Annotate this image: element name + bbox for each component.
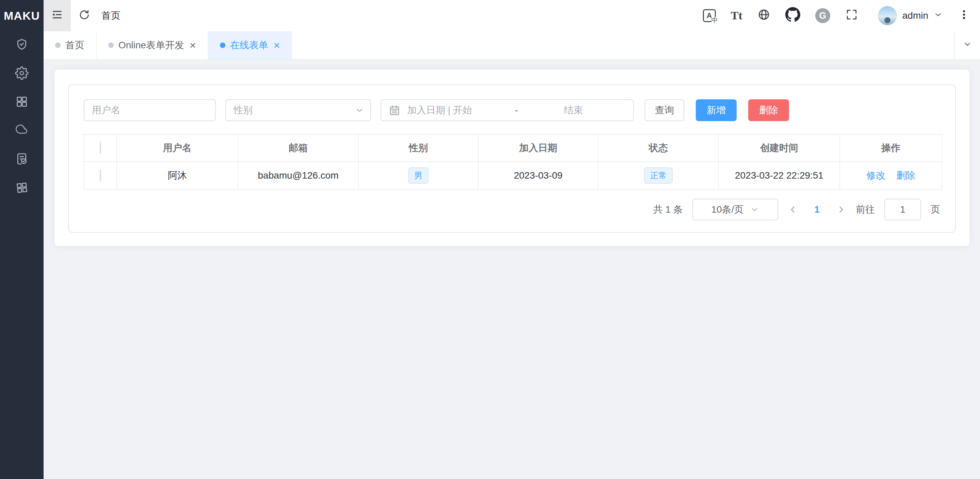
tabbar: 首页 Online表单开发 × 在线表单 × — [44, 31, 980, 60]
globe-button[interactable] — [757, 8, 770, 24]
tab-label: 首页 — [65, 39, 84, 52]
join-date-range-picker[interactable]: 加入日期 | 开始 - 结束 — [380, 99, 634, 121]
fullscreen-button[interactable] — [845, 8, 858, 24]
cell-created-at: 2023-03-22 22:29:51 — [719, 162, 840, 189]
form-panel: 性别 加入日期 | 开始 - — [68, 84, 956, 233]
github-button[interactable] — [785, 7, 800, 24]
total-count-label: 共 1 条 — [653, 203, 683, 216]
chevron-down-icon — [963, 40, 972, 51]
chevron-down-icon — [750, 205, 759, 214]
page-unit-label: 页 — [931, 203, 940, 216]
col-gender: 性别 — [358, 134, 478, 162]
more-options-button[interactable] — [958, 9, 970, 23]
cell-username: 阿沐 — [117, 162, 238, 189]
date-start-placeholder[interactable]: 加入日期 | 开始 — [407, 104, 511, 117]
breadcrumb[interactable]: 首页 — [102, 9, 121, 22]
username-filter-input[interactable] — [84, 99, 216, 121]
globe-icon — [757, 8, 770, 24]
sidebar-item-modules[interactable] — [0, 174, 44, 203]
pagination: 共 1 条 10条/页 1 前往 — [84, 199, 940, 220]
col-join-date: 加入日期 — [478, 134, 598, 162]
search-toolbar: 性别 加入日期 | 开始 - — [84, 99, 940, 121]
gear-icon — [15, 67, 29, 82]
cell-email: babamu@126.com — [238, 162, 358, 189]
refresh-button[interactable] — [78, 9, 90, 23]
col-actions: 操作 — [840, 134, 942, 162]
sidebar-item-cloud[interactable] — [0, 117, 44, 146]
table-row: 阿沐 babamu@126.com 男 2023-03-09 正常 2023-0… — [84, 162, 942, 189]
status-badge: 正常 — [644, 167, 673, 184]
grid-icon — [15, 95, 29, 111]
chevron-down-icon — [934, 10, 943, 21]
avatar — [878, 6, 897, 25]
col-status: 状态 — [598, 134, 719, 162]
tab-home[interactable]: 首页 — [44, 31, 97, 59]
topbar: 首页 A 中 Tt — [44, 0, 980, 31]
shield-check-icon — [15, 38, 29, 54]
content-area: 性别 加入日期 | 开始 - — [44, 60, 980, 479]
table-header-row: 用户名 邮箱 性别 加入日期 状态 创建时间 操作 — [84, 134, 942, 162]
goto-page-input[interactable] — [885, 199, 921, 220]
refresh-icon — [78, 9, 90, 23]
goto-label: 前往 — [856, 203, 875, 216]
tab-online-form[interactable]: 在线表单 × — [208, 31, 293, 59]
github-icon — [785, 7, 800, 24]
sidebar-item-form[interactable] — [0, 146, 44, 174]
gitee-button[interactable]: G — [815, 8, 830, 23]
font-size-button[interactable]: Tt — [731, 9, 742, 22]
tab-online-form-dev[interactable]: Online表单开发 × — [97, 31, 208, 59]
chevron-left-icon — [788, 205, 798, 215]
edit-link[interactable]: 修改 — [866, 170, 885, 181]
select-placeholder: 性别 — [234, 104, 253, 117]
app-root: MAKU — [0, 0, 980, 479]
page-number-button[interactable]: 1 — [807, 204, 826, 215]
user-menu[interactable]: admin — [878, 6, 943, 25]
tab-list-dropdown-button[interactable] — [954, 31, 980, 59]
sidebar: MAKU — [0, 0, 44, 479]
page-size-value: 10条/页 — [711, 203, 744, 216]
next-page-button[interactable] — [836, 205, 846, 215]
tab-dot — [220, 43, 225, 48]
date-range-separator: - — [511, 105, 521, 116]
topbar-actions: A 中 Tt G — [703, 6, 980, 25]
username-label: admin — [902, 10, 928, 21]
calendar-icon — [389, 105, 400, 116]
kebab-icon — [958, 12, 970, 22]
brand-logo[interactable]: MAKU — [0, 0, 44, 31]
cell-join-date: 2023-03-09 — [478, 162, 598, 189]
select-all-checkbox[interactable] — [100, 142, 101, 154]
font-size-icon: Tt — [731, 9, 742, 22]
gitee-icon: G — [815, 8, 830, 23]
sidebar-item-apps[interactable] — [0, 89, 44, 117]
tab-dot — [108, 43, 114, 48]
gender-tag: 男 — [408, 167, 428, 184]
gender-filter-select[interactable]: 性别 — [225, 99, 371, 121]
col-created-at: 创建时间 — [719, 134, 840, 162]
col-email: 邮箱 — [238, 134, 358, 162]
windows-icon — [15, 181, 29, 197]
add-button[interactable]: 新增 — [696, 99, 737, 121]
sidebar-item-settings[interactable] — [0, 60, 44, 89]
main-column: 首页 A 中 Tt — [44, 0, 980, 479]
collapse-sidebar-button[interactable] — [44, 0, 71, 31]
chevron-right-icon — [836, 205, 846, 215]
delete-button[interactable]: 删除 — [748, 99, 789, 121]
translate-button[interactable]: A 中 — [703, 9, 716, 22]
chevron-down-icon — [355, 105, 364, 115]
date-end-placeholder[interactable]: 结束 — [522, 104, 626, 117]
col-username: 用户名 — [117, 134, 238, 162]
query-button[interactable]: 查询 — [645, 99, 684, 121]
fullscreen-icon — [845, 8, 858, 24]
sidebar-item-auth[interactable] — [0, 31, 44, 60]
delete-link[interactable]: 删除 — [896, 170, 915, 181]
data-table: 用户名 邮箱 性别 加入日期 状态 创建时间 操作 — [84, 134, 942, 190]
prev-page-button[interactable] — [788, 205, 798, 215]
page-size-select[interactable]: 10条/页 — [692, 199, 778, 220]
translate-icon: A 中 — [703, 9, 716, 22]
close-icon[interactable]: × — [274, 40, 280, 51]
document-check-icon — [15, 152, 29, 168]
cloud-icon — [15, 124, 29, 140]
close-icon[interactable]: × — [189, 40, 196, 51]
collapse-icon — [51, 8, 64, 24]
row-checkbox[interactable] — [100, 170, 101, 181]
